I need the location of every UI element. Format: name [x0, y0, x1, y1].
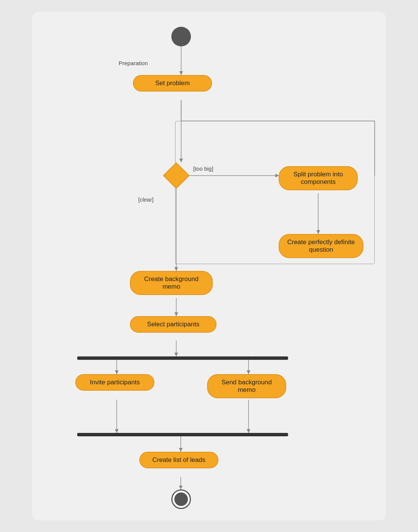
select-participants-node: Select participants	[130, 316, 217, 333]
create-list-of-leads-node: Create list of leads	[139, 452, 218, 468]
end-node	[171, 489, 191, 509]
diagram-area: Preparation Set problem [too big] [clear…	[40, 19, 378, 513]
invite-participants-node: Invite participants	[75, 374, 154, 391]
svg-marker-1	[179, 71, 183, 75]
decision-diamond	[163, 162, 189, 189]
svg-marker-28	[179, 486, 183, 489]
svg-marker-22	[115, 429, 119, 433]
svg-marker-18	[115, 370, 119, 374]
too-big-label: [too big]	[193, 165, 213, 172]
arrows-svg	[40, 19, 378, 513]
join-bar	[77, 433, 288, 436]
diagram-container: Preparation Set problem [too big] [clear…	[32, 12, 386, 520]
send-background-memo-node: Send background memo	[207, 374, 286, 398]
svg-marker-16	[174, 353, 178, 356]
svg-marker-5	[174, 267, 178, 271]
clear-label: [clear]	[138, 196, 154, 203]
split-problem-node: Split problem into components	[279, 166, 358, 190]
svg-marker-26	[179, 448, 183, 452]
create-pdq-node: Create perfectly definite question	[279, 234, 363, 258]
start-node	[171, 27, 191, 46]
svg-marker-20	[247, 370, 250, 374]
preparation-label: Preparation	[119, 60, 148, 66]
svg-marker-24	[247, 429, 250, 433]
svg-marker-14	[174, 312, 178, 316]
fork-bar-1	[77, 356, 288, 360]
create-background-memo-node: Create background memo	[130, 271, 213, 295]
set-problem-node: Set problem	[133, 75, 212, 92]
